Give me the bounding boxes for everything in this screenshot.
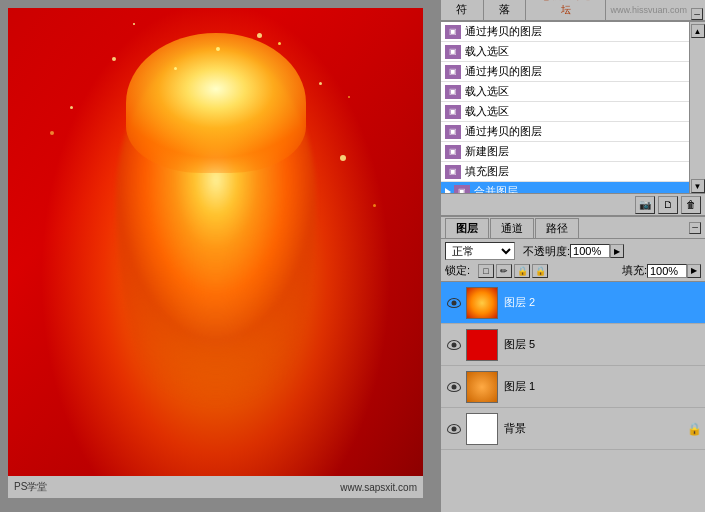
layers-controls: 正常 不透明度: 100% ▶ 锁定: □ ✏ 🔒 🔒 填充: ▶ xyxy=(441,239,705,282)
fill-input[interactable] xyxy=(647,264,687,278)
history-item-label-8: 合并图层 xyxy=(474,184,518,193)
layer-eye-3[interactable] xyxy=(445,420,463,438)
layer-eye-1[interactable] xyxy=(445,336,463,354)
history-item-label-4: 载入选区 xyxy=(465,104,509,119)
history-panel: ▣通过拷贝的图层▣载入选区▣通过拷贝的图层▣载入选区▣载入选区▣通过拷贝的图层▣… xyxy=(441,22,705,217)
layer-thumb-1 xyxy=(466,329,498,361)
history-item-label-0: 通过拷贝的图层 xyxy=(465,24,542,39)
blend-mode-select[interactable]: 正常 xyxy=(445,242,515,260)
bottom-url-label: www.sapsxit.com xyxy=(340,482,417,493)
top-tabs: 字符 段落 总裁设计论坛 www.hissvuan.com ─ xyxy=(441,0,705,22)
tab-para[interactable]: 段落 xyxy=(484,0,527,20)
layer-name-3: 背景 xyxy=(504,421,687,436)
layer-lock-icon-3: 🔒 xyxy=(687,422,701,436)
fill-label: 填充: xyxy=(622,263,647,278)
layer-eye-2[interactable] xyxy=(445,378,463,396)
layer-row-2[interactable]: 图层 1 xyxy=(441,366,705,408)
history-toolbar: 📷 🗋 🗑 xyxy=(441,193,705,215)
tab-char[interactable]: 字符 xyxy=(441,0,484,20)
opacity-input[interactable]: 100% xyxy=(570,244,610,258)
history-item-label-5: 通过拷贝的图层 xyxy=(465,124,542,139)
scroll-down-btn[interactable]: ▼ xyxy=(691,179,705,193)
right-panel: 字符 段落 总裁设计论坛 www.hissvuan.com ─ ▣通过拷贝的图层… xyxy=(440,0,705,512)
lock-icons: □ ✏ 🔒 🔒 xyxy=(478,264,548,278)
lock-all-btn[interactable]: 🔒 xyxy=(532,264,548,278)
lock-transparent-btn[interactable]: □ xyxy=(478,264,494,278)
opacity-arrow-btn[interactable]: ▶ xyxy=(610,244,624,258)
lock-move-btn[interactable]: 🔒 xyxy=(514,264,530,278)
history-item-3[interactable]: ▣载入选区 xyxy=(441,82,689,102)
layer-name-0: 图层 2 xyxy=(504,295,701,310)
history-new-btn[interactable]: 📷 xyxy=(635,196,655,214)
opacity-label: 不透明度: xyxy=(523,244,570,259)
layer-name-1: 图层 5 xyxy=(504,337,701,352)
history-item-label-6: 新建图层 xyxy=(465,144,509,159)
panel-collapse-btn[interactable]: ─ xyxy=(691,8,703,20)
layer-thumb-0 xyxy=(466,287,498,319)
history-item-label-3: 载入选区 xyxy=(465,84,509,99)
canvas-area: PS学堂 www.sapsxit.com xyxy=(0,0,440,512)
history-scrollbar[interactable]: ▲ ▼ xyxy=(689,22,705,193)
history-item-5[interactable]: ▣通过拷贝的图层 xyxy=(441,122,689,142)
history-item-6[interactable]: ▣新建图层 xyxy=(441,142,689,162)
lock-label: 锁定: xyxy=(445,263,470,278)
history-item-label-7: 填充图层 xyxy=(465,164,509,179)
layer-name-2: 图层 1 xyxy=(504,379,701,394)
scroll-up-btn[interactable]: ▲ xyxy=(691,24,705,38)
tab-forum[interactable]: 总裁设计论坛 xyxy=(526,0,606,20)
history-item-7[interactable]: ▣填充图层 xyxy=(441,162,689,182)
layer-row-1[interactable]: 图层 5 xyxy=(441,324,705,366)
layers-list: 图层 2图层 5图层 1背景🔒 xyxy=(441,282,705,512)
tab-url: www.hissvuan.com xyxy=(606,5,691,15)
history-create-btn[interactable]: 🗋 xyxy=(658,196,678,214)
history-item-4[interactable]: ▣载入选区 xyxy=(441,102,689,122)
history-item-1[interactable]: ▣载入选区 xyxy=(441,42,689,62)
history-delete-btn[interactable]: 🗑 xyxy=(681,196,701,214)
tab-channels[interactable]: 通道 xyxy=(490,218,534,238)
layer-thumb-2 xyxy=(466,371,498,403)
canvas-image: PS学堂 www.sapsxit.com xyxy=(8,8,423,498)
layer-row-3[interactable]: 背景🔒 xyxy=(441,408,705,450)
history-item-label-1: 载入选区 xyxy=(465,44,509,59)
history-content: ▣通过拷贝的图层▣载入选区▣通过拷贝的图层▣载入选区▣载入选区▣通过拷贝的图层▣… xyxy=(441,22,705,193)
history-item-2[interactable]: ▣通过拷贝的图层 xyxy=(441,62,689,82)
history-item-8[interactable]: ▣合并图层 xyxy=(441,182,689,193)
layers-panel: 图层 通道 路径 ─ 正常 不透明度: 100% ▶ 锁定: □ ✏ xyxy=(441,217,705,512)
layer-row-0[interactable]: 图层 2 xyxy=(441,282,705,324)
layer-eye-0[interactable] xyxy=(445,294,463,312)
fill-arrow-btn[interactable]: ▶ xyxy=(687,264,701,278)
history-item-label-2: 通过拷贝的图层 xyxy=(465,64,542,79)
lock-paint-btn[interactable]: ✏ xyxy=(496,264,512,278)
layers-collapse-btn[interactable]: ─ xyxy=(689,222,701,234)
history-list: ▣通过拷贝的图层▣载入选区▣通过拷贝的图层▣载入选区▣载入选区▣通过拷贝的图层▣… xyxy=(441,22,689,193)
layers-tabs: 图层 通道 路径 ─ xyxy=(441,217,705,239)
bottom-left-label: PS学堂 xyxy=(14,480,47,494)
history-item-0[interactable]: ▣通过拷贝的图层 xyxy=(441,22,689,42)
layer-thumb-3 xyxy=(466,413,498,445)
tab-paths[interactable]: 路径 xyxy=(535,218,579,238)
tab-layers[interactable]: 图层 xyxy=(445,218,489,238)
